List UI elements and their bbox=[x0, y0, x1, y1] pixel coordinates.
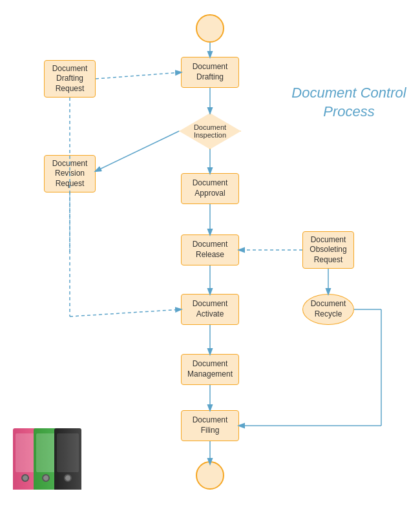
document-inspection-wrapper: Document Inspection bbox=[179, 113, 241, 149]
document-approval-box: Document Approval bbox=[181, 173, 239, 204]
end-circle bbox=[196, 461, 224, 490]
binders-illustration bbox=[13, 419, 97, 490]
page-title: Document Control Process bbox=[278, 84, 420, 121]
document-recycle-box: Document Recycle bbox=[302, 294, 354, 325]
svg-line-4 bbox=[96, 131, 179, 171]
document-release-box: Document Release bbox=[181, 234, 239, 265]
document-drafting-box: Document Drafting bbox=[181, 57, 239, 88]
svg-line-7 bbox=[70, 309, 181, 317]
document-revision-request-box: Document Revision Request bbox=[44, 155, 96, 192]
start-circle bbox=[196, 14, 224, 43]
document-obsoleting-request-box: Document Obsoleting Request bbox=[302, 231, 354, 269]
svg-line-1 bbox=[96, 72, 181, 79]
document-inspection-box: Document Inspection bbox=[179, 113, 241, 149]
document-drafting-request-box: Document Drafting Request bbox=[44, 60, 96, 98]
document-activate-box: Document Activate bbox=[181, 294, 239, 325]
binder-black bbox=[54, 428, 81, 490]
document-filing-box: Document Filing bbox=[181, 410, 239, 441]
diagram-container: Document Control Process Document Drafti… bbox=[0, 0, 420, 509]
document-management-box: Document Management bbox=[181, 354, 239, 385]
